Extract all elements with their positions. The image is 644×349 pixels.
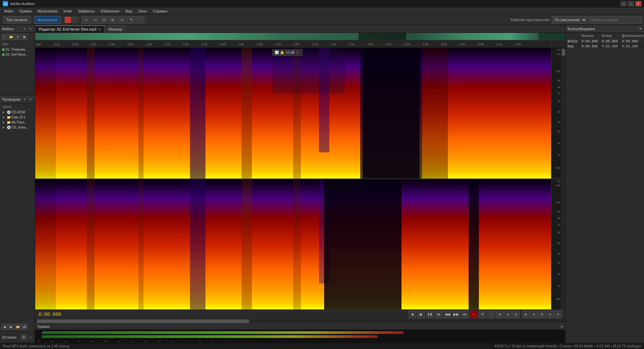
time-tool[interactable]: ◁: [91, 16, 99, 23]
svg-text:0мс: 0мс: [36, 43, 41, 46]
svg-text:2:10: 2:10: [275, 43, 281, 46]
svg-text:2:50: 2:50: [349, 43, 355, 46]
ruler: 0мс 0:10 0:20 0:30 0:40 0:50 1:00 1:10 1…: [35, 40, 551, 48]
scrollbar-thumb-v[interactable]: [562, 49, 565, 56]
freq-15k-top: 15k: [556, 53, 560, 56]
freq-15k-bot: 15k: [556, 184, 560, 187]
zoom-full-v[interactable]: ⊡: [538, 311, 546, 318]
zoom-in-v[interactable]: ⊕: [522, 311, 530, 318]
menu-clip[interactable]: Клип: [61, 8, 74, 14]
list-item[interactable]: 01. Firepowe...: [1, 47, 34, 52]
workspace-select[interactable]: По умолчанию: [552, 16, 587, 23]
waveform-overview[interactable]: [35, 33, 565, 40]
go-prev-button[interactable]: ◀◀: [444, 311, 451, 318]
menu-view[interactable]: Вид: [123, 8, 135, 14]
tab-editor-label: Редактор: 03. Evil Never Dies.mp3: [39, 27, 96, 31]
files-close2-btn[interactable]: ✕: [15, 34, 21, 40]
zoom-out-v[interactable]: ⊖: [530, 311, 538, 318]
signal-type-label[interactable]: Тип сигнала: [3, 16, 30, 23]
svg-text:0:10: 0:10: [54, 43, 60, 46]
explorer-play2-btn[interactable]: ▶: [8, 324, 14, 330]
play-button[interactable]: ▶: [418, 311, 425, 318]
svg-text:-51: -51: [64, 340, 67, 343]
files-open-btn[interactable]: 📂: [8, 34, 14, 40]
levels-collapse[interactable]: ✕: [560, 325, 563, 329]
marquee-tool[interactable]: ⊡: [100, 16, 108, 23]
zoom-all2[interactable]: ⇕: [554, 311, 562, 318]
tab-editor[interactable]: Редактор: 03. Evil Never Dies.mp3 ✕: [35, 25, 105, 33]
files-new-btn[interactable]: +: [1, 34, 7, 40]
files-play-btn[interactable]: ▶: [21, 34, 28, 40]
tree-item[interactable]: ▶ 📁 Data (D:): [1, 115, 34, 120]
loop-button[interactable]: ↺: [479, 311, 486, 318]
tooltip-close-btn[interactable]: ✕: [296, 51, 299, 54]
go-end-button[interactable]: ⏭: [461, 311, 469, 318]
help-search-input[interactable]: [588, 16, 642, 23]
go-start-button[interactable]: ⏮: [435, 311, 442, 318]
freq-9k-top: 9k: [558, 79, 560, 82]
tree-item[interactable]: ▶ 📁 My Pass...: [1, 120, 34, 125]
menu-effects[interactable]: Эффекты: [75, 8, 97, 14]
close-button[interactable]: ✕: [635, 1, 641, 6]
explorer-speaker-btn[interactable]: 🔊: [21, 324, 28, 330]
spot-tool[interactable]: ∞: [118, 16, 126, 23]
svg-text:2:40: 2:40: [330, 43, 336, 46]
files-menu-btn[interactable]: ≡: [22, 27, 27, 31]
zoom-all[interactable]: ⇔: [546, 311, 554, 318]
menu-favorites[interactable]: Избранное: [98, 8, 122, 14]
frequency-axis: Hz 15k 10k 9k 8k 7k 6k 5k 4k 3k 2k 1k 50…: [551, 48, 561, 309]
grey-button[interactable]: [71, 17, 77, 23]
tree-item[interactable]: ▶ 💿 OS_Insta...: [1, 125, 34, 130]
view-start-value: 0:00.000: [580, 44, 600, 49]
explorer-spacer: [0, 131, 35, 323]
main-layout: Файлы ≡ ✕ + 📂 ✕ ▶ Имя 01. Firepowe... 03…: [0, 25, 644, 343]
menu-help[interactable]: Справка: [150, 8, 170, 14]
menu-file[interactable]: Файл: [1, 8, 16, 14]
lasso-tool[interactable]: ◎: [109, 16, 117, 23]
cursor-tool[interactable]: ◁: [82, 16, 90, 23]
explorer-panel: Проводник ≡ ✕ Name ▶ 💿 CD-ROM ▶ 📁 Data (…: [0, 95, 35, 331]
multitrack-button[interactable]: Мультитрек: [35, 16, 60, 23]
selection-close-btn[interactable]: ✕: [639, 27, 642, 31]
workspace-area: Рабочее пространство: По умолчанию: [511, 16, 642, 23]
zoom-full[interactable]: ⊡: [512, 311, 520, 318]
freq-500-bot: 500: [556, 297, 560, 300]
svg-text:-55: -55: [50, 340, 54, 343]
skip-button[interactable]: ↔: [487, 311, 495, 318]
history-menu-btn[interactable]: ≡: [28, 335, 33, 340]
explorer-nav-left[interactable]: ◀: [1, 324, 7, 330]
tab-mixer[interactable]: Микшер: [105, 25, 126, 33]
red-button[interactable]: [65, 17, 71, 23]
minimize-button[interactable]: —: [621, 1, 627, 6]
files-close-btn[interactable]: ✕: [28, 27, 33, 31]
ruler-scrollbar-corner: [561, 40, 565, 48]
zoom-out-h[interactable]: ⊖: [504, 311, 512, 318]
horizontal-scrollbar[interactable]: [35, 319, 565, 323]
brush-tool[interactable]: ⌒: [136, 16, 144, 23]
record-button[interactable]: ●: [470, 311, 477, 318]
free-space-val: 45,53 Гб свободно: [613, 344, 641, 348]
razor-tool[interactable]: ✎: [127, 16, 135, 23]
maximize-button[interactable]: □: [628, 1, 634, 6]
go-next-button[interactable]: ▶▶: [452, 311, 460, 318]
tab-editor-close[interactable]: ✕: [98, 28, 101, 31]
menu-window[interactable]: Окно: [136, 8, 150, 14]
vertical-scrollbar[interactable]: [561, 48, 565, 309]
svg-rect-42: [241, 48, 252, 179]
tab-mixer-label: Микшер: [108, 27, 122, 31]
menu-multitrack[interactable]: Мультитрек: [35, 8, 60, 14]
explorer-open-btn[interactable]: 📂: [15, 324, 21, 330]
history-b-btn[interactable]: B: [21, 335, 27, 340]
explorer-close-btn[interactable]: ✕: [28, 97, 33, 102]
tree-item[interactable]: ▶ 💿 CD-ROM: [1, 110, 34, 115]
menu-edit[interactable]: Правка: [16, 8, 34, 14]
title-bar: Aa Adobe Audition — □ ✕: [0, 0, 644, 7]
explorer-menu-btn[interactable]: ≡: [22, 97, 27, 102]
zoom-in-h[interactable]: ⊕: [496, 311, 503, 318]
spectrogram-tooltip: 📊 🔔 +0 dB ✕: [272, 49, 303, 56]
list-item[interactable]: 03. Evil Neve...: [1, 52, 34, 57]
spectrogram-top-svg: [35, 48, 551, 179]
scrollbar-thumb-h[interactable]: [37, 319, 249, 323]
stop-button[interactable]: ■: [409, 311, 416, 318]
pause-button[interactable]: ❚❚: [426, 311, 434, 318]
